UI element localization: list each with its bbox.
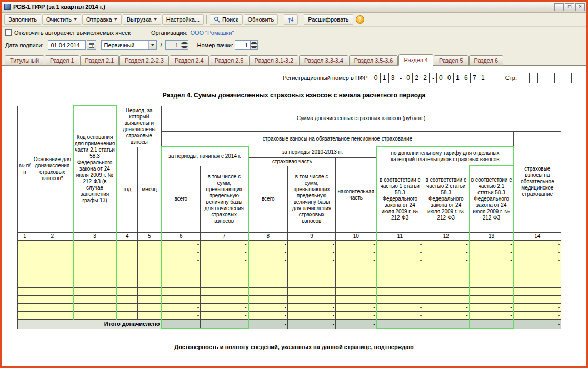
data-cell[interactable] [32,295,73,303]
tab-2[interactable]: Раздел 1 [45,55,79,66]
data-cell[interactable]: - [423,287,470,295]
spin-up-icon[interactable] [181,41,188,45]
data-cell[interactable] [138,256,162,264]
data-cell[interactable]: - [423,248,470,256]
data-cell[interactable] [117,303,138,311]
data-cell[interactable] [138,287,162,295]
data-cell[interactable]: - [288,311,336,319]
data-cell[interactable] [117,272,138,280]
data-cell[interactable]: - [470,280,514,287]
data-cell[interactable]: - [201,272,248,280]
combo-dropdown-button[interactable] [148,41,156,49]
tab-8[interactable]: Раздел 3.3-3.4 [299,55,348,66]
data-cell[interactable]: - [288,240,336,248]
data-cell[interactable] [32,264,73,272]
data-cell[interactable] [32,240,73,248]
decipher-button[interactable]: Расшифровать [304,14,353,25]
data-cell[interactable] [73,303,117,311]
data-cell[interactable]: - [288,303,336,311]
data-cell[interactable] [18,256,32,264]
page-number-boxes[interactable] [521,73,580,83]
spinner-buttons[interactable] [181,40,188,50]
data-cell[interactable]: - [470,264,514,272]
data-cell[interactable]: - [377,264,423,272]
tab-1[interactable]: Титульный [5,55,44,66]
data-cell[interactable]: - [423,240,470,248]
spinner-buttons[interactable] [251,40,258,50]
data-cell[interactable]: - [201,248,248,256]
data-cell[interactable]: - [162,311,201,319]
data-cell[interactable]: - [377,287,423,295]
data-cell[interactable]: - [248,256,288,264]
data-cell[interactable]: - [201,303,248,311]
data-cell[interactable]: - [514,303,561,311]
data-cell[interactable] [73,256,117,264]
data-cell[interactable]: - [336,272,377,280]
fill-button[interactable]: Заполнить [4,14,41,25]
spin-down-icon[interactable] [251,45,257,50]
data-cell[interactable]: - [162,287,201,295]
data-cell[interactable]: - [201,287,248,295]
data-cell[interactable] [73,272,117,280]
data-cell[interactable] [73,295,117,303]
data-cell[interactable]: - [514,311,561,319]
data-cell[interactable]: - [248,248,288,256]
data-cell[interactable]: - [514,287,561,295]
send-button[interactable]: Отправка [82,14,122,25]
tab-4[interactable]: Раздел 2.2-2.3 [119,55,169,66]
tab-10[interactable]: Раздел 4 [398,54,433,66]
data-cell[interactable] [18,240,32,248]
data-cell[interactable] [32,272,73,280]
data-cell[interactable]: - [248,295,288,303]
data-cell[interactable]: - [514,248,561,256]
data-cell[interactable]: - [162,240,201,248]
data-cell[interactable]: - [423,311,470,319]
data-cell[interactable] [138,248,162,256]
data-cell[interactable]: - [470,256,514,264]
maximize-button[interactable]: □ [565,3,574,11]
tab-12[interactable]: Раздел 6 [469,55,504,66]
data-cell[interactable]: - [201,256,248,264]
batch-number-field[interactable]: 1 [235,40,251,50]
data-cell[interactable]: - [336,287,377,295]
unload-button[interactable]: Выгрузка [123,14,161,25]
data-cell[interactable]: - [377,248,423,256]
data-cell[interactable]: - [514,264,561,272]
spin-up-icon[interactable] [251,41,257,45]
data-cell[interactable]: - [288,256,336,264]
minimize-button[interactable]: – [554,3,564,11]
data-cell[interactable]: - [470,272,514,280]
data-cell[interactable] [18,248,32,256]
tab-6[interactable]: Раздел 2.5 [210,55,249,66]
data-cell[interactable] [73,240,117,248]
data-cell[interactable] [117,311,138,319]
data-cell[interactable]: - [377,280,423,287]
data-cell[interactable] [18,295,32,303]
data-cell[interactable]: - [336,240,377,248]
data-cell[interactable] [117,256,138,264]
tab-11[interactable]: Раздел 5 [434,55,469,66]
data-cell[interactable]: - [162,248,201,256]
data-cell[interactable] [73,287,117,295]
close-button[interactable]: × [575,3,585,11]
help-button[interactable]: ? [356,15,364,24]
data-cell[interactable] [138,272,162,280]
data-cell[interactable] [73,280,117,287]
data-cell[interactable]: - [377,303,423,311]
data-cell[interactable] [138,295,162,303]
settings-button[interactable]: Настройка... [162,14,204,25]
data-cell[interactable] [117,240,138,248]
spin-down-icon[interactable] [181,45,188,50]
data-cell[interactable] [18,311,32,319]
data-cell[interactable]: - [288,287,336,295]
data-cell[interactable]: - [336,264,377,272]
data-cell[interactable]: - [470,248,514,256]
data-cell[interactable]: - [201,311,248,319]
data-cell[interactable]: - [514,272,561,280]
data-cell[interactable] [138,311,162,319]
data-cell[interactable] [73,264,117,272]
data-cell[interactable] [138,240,162,248]
data-cell[interactable]: - [470,287,514,295]
data-cell[interactable]: - [288,295,336,303]
calendar-button[interactable] [87,40,96,50]
